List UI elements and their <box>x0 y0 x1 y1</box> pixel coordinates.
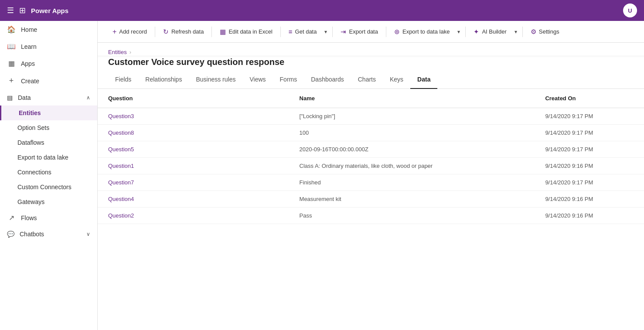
col-header-created-on: Created On <box>535 89 644 108</box>
refresh-data-icon: ↻ <box>163 28 169 36</box>
created-on-cell: 9/14/2020 9:17 PM <box>535 174 644 191</box>
question-link[interactable]: Question4 <box>108 196 134 202</box>
sidebar-item-create[interactable]: + Create <box>0 72 97 90</box>
ai-builder-button[interactable]: ✦ AI Builder <box>469 25 511 38</box>
breadcrumb: Entities › <box>108 49 634 55</box>
tab-data[interactable]: Data <box>410 71 437 89</box>
sidebar-label-data: Data <box>18 94 31 101</box>
refresh-data-button[interactable]: ↻ Refresh data <box>159 25 208 38</box>
question-link[interactable]: Question8 <box>108 129 134 136</box>
data-chevron-icon: ∧ <box>86 95 90 101</box>
toolbar-divider-5 <box>386 27 386 37</box>
data-icon: ▤ <box>7 94 13 101</box>
question-cell: Question8 <box>98 125 289 141</box>
tab-business-rules[interactable]: Business rules <box>189 71 242 89</box>
export-data-icon: ⇥ <box>341 28 346 36</box>
add-record-icon: + <box>112 28 116 36</box>
name-cell: Pass <box>289 208 535 224</box>
app-name: Power Apps <box>31 7 68 14</box>
sidebar-item-apps[interactable]: ▦ Apps <box>0 55 97 72</box>
grid-icon[interactable]: ⊞ <box>19 6 26 15</box>
settings-button[interactable]: ⚙ Settings <box>526 25 564 38</box>
sidebar-item-entities[interactable]: Entities <box>0 105 97 120</box>
tabs-bar: Fields Relationships Business rules View… <box>98 71 644 89</box>
home-icon: 🏠 <box>7 25 16 34</box>
add-record-button[interactable]: + Add record <box>108 25 151 38</box>
name-cell: Class A: Ordinary materials, like cloth,… <box>289 158 535 174</box>
toolbar: + Add record ↻ Refresh data ▦ Edit data … <box>98 21 644 43</box>
table-row: Question5 2020-09-16T00:00:00.000Z 9/14/… <box>98 141 644 158</box>
tab-relationships[interactable]: Relationships <box>138 71 189 89</box>
hamburger-icon[interactable]: ☰ <box>7 6 14 15</box>
get-data-icon: ≡ <box>289 28 293 35</box>
toolbar-divider-2 <box>211 27 212 37</box>
sidebar-item-custom-connectors[interactable]: Custom Connectors <box>0 180 97 194</box>
sidebar-item-export-to-data-lake[interactable]: Export to data lake <box>0 150 97 165</box>
question-link[interactable]: Question5 <box>108 146 134 153</box>
sidebar-item-option-sets[interactable]: Option Sets <box>0 120 97 135</box>
sidebar-item-flows[interactable]: ↗ Flows <box>0 209 97 226</box>
edit-data-in-excel-button[interactable]: ▦ Edit data in Excel <box>215 25 276 38</box>
settings-icon: ⚙ <box>531 28 536 36</box>
sidebar-label-apps: Apps <box>21 60 35 67</box>
create-icon: + <box>7 76 16 85</box>
sidebar-item-learn[interactable]: 📖 Learn <box>0 38 97 55</box>
toolbar-divider-1 <box>155 27 155 37</box>
avatar[interactable]: U <box>623 3 637 17</box>
question-link[interactable]: Question2 <box>108 212 134 219</box>
learn-icon: 📖 <box>7 42 16 51</box>
sidebar-item-dataflows[interactable]: Dataflows <box>0 135 97 150</box>
question-link[interactable]: Question1 <box>108 163 134 169</box>
edit-excel-icon: ▦ <box>220 28 226 36</box>
tab-keys[interactable]: Keys <box>383 71 410 89</box>
export-lake-icon: ⊛ <box>394 28 400 36</box>
created-on-cell: 9/14/2020 9:17 PM <box>535 108 644 125</box>
tab-dashboards[interactable]: Dashboards <box>304 71 351 89</box>
chatbots-icon: 💬 <box>7 231 14 238</box>
name-cell: ["Locking pin"] <box>289 108 535 125</box>
name-cell: Finished <box>289 174 535 191</box>
question-link[interactable]: Question7 <box>108 179 134 186</box>
tab-views[interactable]: Views <box>242 71 273 89</box>
sidebar-item-connections[interactable]: Connections <box>0 165 97 180</box>
export-lake-dropdown-button[interactable]: ▾ <box>456 26 462 37</box>
breadcrumb-separator: › <box>129 49 131 55</box>
question-cell: Question3 <box>98 108 289 125</box>
name-cell: Measurement kit <box>289 191 535 208</box>
sidebar-item-home[interactable]: 🏠 Home <box>0 21 97 38</box>
table-row: Question4 Measurement kit 9/14/2020 9:16… <box>98 191 644 208</box>
created-on-cell: 9/14/2020 9:16 PM <box>535 158 644 174</box>
table-row: Question2 Pass 9/14/2020 9:16 PM <box>98 208 644 224</box>
name-cell: 2020-09-16T00:00:00.000Z <box>289 141 535 158</box>
breadcrumb-area: Entities › <box>98 43 644 55</box>
created-on-cell: 9/14/2020 9:17 PM <box>535 125 644 141</box>
question-cell: Question5 <box>98 141 289 158</box>
breadcrumb-entities-link[interactable]: Entities <box>108 49 127 55</box>
created-on-cell: 9/14/2020 9:17 PM <box>535 141 644 158</box>
table-header-row: Question Name Created On <box>98 89 644 108</box>
tab-charts[interactable]: Charts <box>351 71 383 89</box>
col-header-name: Name <box>289 89 535 108</box>
name-cell: 100 <box>289 125 535 141</box>
question-link[interactable]: Question3 <box>108 113 134 119</box>
get-data-button[interactable]: ≡ Get data <box>284 25 321 38</box>
tab-forms[interactable]: Forms <box>273 71 304 89</box>
data-table-area: Question Name Created On Question3 ["Loc… <box>98 89 644 330</box>
table-row: Question7 Finished 9/14/2020 9:17 PM <box>98 174 644 191</box>
ai-builder-dropdown-button[interactable]: ▾ <box>513 26 519 37</box>
sidebar-item-gateways[interactable]: Gateways <box>0 194 97 209</box>
toolbar-divider-7 <box>522 27 523 37</box>
export-to-data-lake-button[interactable]: ⊛ Export to data lake <box>390 25 454 38</box>
question-cell: Question7 <box>98 174 289 191</box>
chatbots-chevron-icon: ∨ <box>86 231 90 237</box>
question-cell: Question4 <box>98 191 289 208</box>
flows-icon: ↗ <box>7 214 16 222</box>
col-header-question: Question <box>98 89 289 108</box>
get-data-dropdown-button[interactable]: ▾ <box>323 26 329 37</box>
tab-fields[interactable]: Fields <box>108 71 138 89</box>
table-row: Question3 ["Locking pin"] 9/14/2020 9:17… <box>98 108 644 125</box>
export-data-button[interactable]: ⇥ Export data <box>336 25 382 38</box>
sidebar-item-chatbots[interactable]: 💬 Chatbots ∨ <box>0 226 97 242</box>
sidebar-item-data[interactable]: ▤ Data ∧ <box>0 90 97 105</box>
table-row: Question1 Class A: Ordinary materials, l… <box>98 158 644 174</box>
